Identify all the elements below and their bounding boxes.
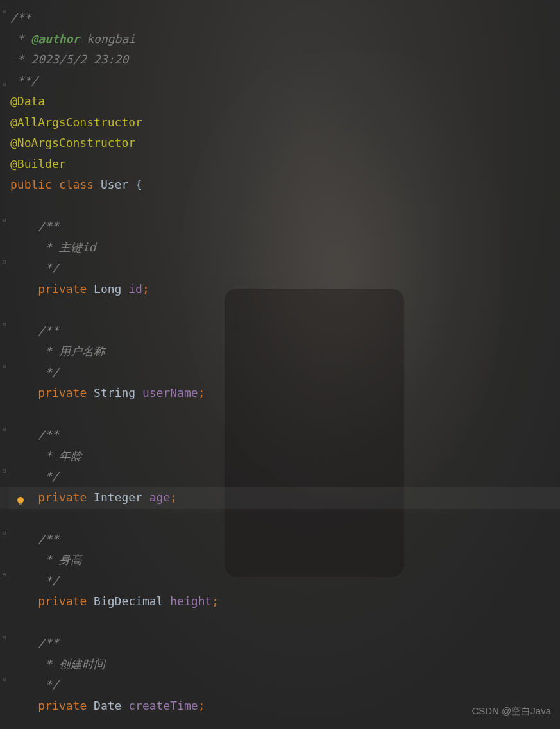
fold-marker-icon[interactable]: ⊟ (1, 9, 8, 13)
semicolon: ; (198, 699, 205, 712)
editor-gutter[interactable]: ⊟ ⊟ ⊟ ⊟ ⊟ ⊟ ⊟ ⊟ ⊟ ⊟ ⊟ ⊟ (0, 0, 9, 729)
fold-marker-icon[interactable]: ⊟ (1, 323, 8, 326)
keyword-public: public (10, 178, 52, 191)
code-editor[interactable]: /** * @author kongbai * 2023/5/2 23:20 *… (0, 0, 560, 716)
javadoc-author-prefix: * (10, 32, 31, 46)
field-doc-close: */ (38, 574, 59, 587)
field-doc-close: */ (38, 261, 59, 274)
fold-marker-icon[interactable]: ⊟ (1, 218, 8, 222)
keyword-private: private (38, 594, 87, 608)
field-doc-body: * 身高 (38, 553, 82, 566)
type-date: Date (94, 699, 121, 712)
javadoc-close: **/ (10, 74, 38, 87)
author-tag: @author (31, 32, 80, 46)
type-string: String (94, 386, 135, 399)
type-long: Long (94, 282, 121, 296)
field-doc-close: */ (38, 365, 59, 379)
fold-marker-icon[interactable]: ⊟ (1, 427, 8, 431)
field-doc-close: */ (38, 678, 59, 691)
fold-marker-icon[interactable]: ⊟ (1, 82, 8, 86)
fold-marker-icon[interactable]: ⊟ (1, 573, 8, 576)
annotation-allargs: @AllArgsConstructor (10, 115, 142, 129)
fold-marker-icon[interactable]: ⊟ (1, 260, 8, 264)
field-age: age (149, 490, 171, 504)
field-id: id (128, 282, 142, 296)
keyword-private: private (38, 699, 87, 712)
fold-marker-icon[interactable]: ⊟ (1, 364, 8, 368)
type-bigdecimal: BigDecimal (94, 594, 163, 608)
watermark-text: CSDN @空白Java (471, 701, 551, 722)
fold-marker-icon[interactable]: ⊟ (1, 677, 8, 681)
fold-marker-icon[interactable]: ⊟ (1, 531, 8, 535)
field-doc-open: /** (38, 428, 59, 441)
keyword-class: class (59, 178, 94, 191)
field-doc-body: * 用户名称 (38, 344, 105, 358)
annotation-data: @Data (10, 94, 45, 108)
field-height: height (170, 594, 212, 608)
author-name: kongbai (80, 32, 135, 46)
field-doc-body: * 创建时间 (38, 657, 105, 671)
field-doc-body: * 主键id (38, 240, 96, 254)
class-name: User (101, 178, 128, 191)
field-doc-open: /** (38, 219, 59, 233)
intention-bulb-icon[interactable] (15, 492, 26, 502)
type-integer: Integer (94, 490, 142, 504)
annotation-noargs: @NoArgsConstructor (10, 136, 135, 149)
annotation-builder: @Builder (10, 157, 66, 171)
fold-marker-icon[interactable]: ⊟ (1, 469, 8, 473)
javadoc-date: * 2023/5/2 23:20 (10, 53, 128, 66)
semicolon: ; (212, 594, 219, 608)
field-doc-open: /** (38, 324, 59, 337)
semicolon: ; (198, 386, 205, 399)
javadoc-open: /** (10, 11, 31, 24)
fold-marker-icon[interactable]: ⊟ (1, 635, 8, 639)
keyword-private: private (38, 282, 87, 296)
field-doc-open: /** (38, 636, 59, 649)
keyword-private: private (38, 490, 87, 504)
keyword-private: private (38, 386, 87, 399)
field-doc-body: * 年龄 (38, 449, 82, 462)
field-doc-close: */ (38, 469, 59, 483)
field-createtime: createTime (128, 699, 198, 712)
svg-point-0 (17, 497, 24, 503)
semicolon: ; (142, 282, 149, 296)
field-username: userName (142, 386, 198, 399)
field-doc-open: /** (38, 532, 59, 546)
open-brace: { (128, 178, 142, 191)
semicolon: ; (170, 490, 177, 504)
svg-rect-1 (19, 503, 22, 505)
